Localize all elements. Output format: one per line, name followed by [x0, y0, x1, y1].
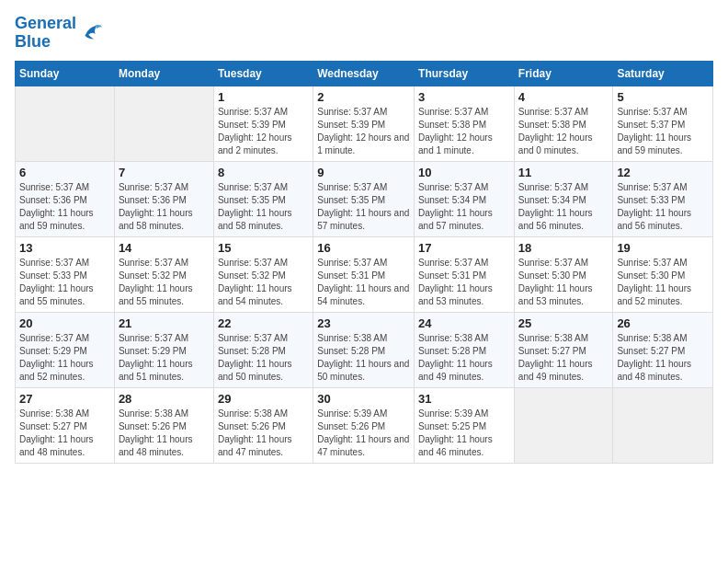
day-info: Sunrise: 5:38 AM Sunset: 5:27 PM Dayligh…	[19, 408, 110, 459]
day-info: Sunrise: 5:37 AM Sunset: 5:29 PM Dayligh…	[119, 332, 210, 384]
day-info: Sunrise: 5:37 AM Sunset: 5:34 PM Dayligh…	[418, 181, 510, 233]
day-number: 4	[518, 90, 609, 104]
day-info: Sunrise: 5:39 AM Sunset: 5:25 PM Dayligh…	[418, 408, 510, 459]
column-header-monday: Monday	[114, 61, 213, 86]
column-header-thursday: Thursday	[415, 61, 515, 86]
calendar-cell: 5Sunrise: 5:37 AM Sunset: 5:37 PM Daylig…	[613, 86, 713, 161]
day-info: Sunrise: 5:37 AM Sunset: 5:32 PM Dayligh…	[218, 257, 309, 308]
day-info: Sunrise: 5:38 AM Sunset: 5:26 PM Dayligh…	[218, 408, 309, 459]
day-info: Sunrise: 5:38 AM Sunset: 5:27 PM Dayligh…	[518, 332, 609, 384]
column-header-tuesday: Tuesday	[213, 61, 313, 86]
day-info: Sunrise: 5:37 AM Sunset: 5:37 PM Dayligh…	[617, 106, 709, 157]
column-header-sunday: Sunday	[16, 61, 115, 86]
calendar-cell: 1Sunrise: 5:37 AM Sunset: 5:39 PM Daylig…	[213, 86, 313, 161]
day-info: Sunrise: 5:37 AM Sunset: 5:32 PM Dayligh…	[119, 257, 210, 308]
calendar-cell: 21Sunrise: 5:37 AM Sunset: 5:29 PM Dayli…	[114, 312, 213, 387]
calendar-week-row: 13Sunrise: 5:37 AM Sunset: 5:33 PM Dayli…	[16, 236, 713, 312]
day-number: 10	[418, 166, 510, 179]
calendar-cell: 28Sunrise: 5:38 AM Sunset: 5:26 PM Dayli…	[114, 387, 213, 463]
day-info: Sunrise: 5:37 AM Sunset: 5:36 PM Dayligh…	[19, 181, 110, 233]
day-info: Sunrise: 5:37 AM Sunset: 5:33 PM Dayligh…	[617, 181, 709, 233]
calendar-cell	[114, 86, 213, 161]
day-number: 14	[119, 241, 210, 255]
calendar-cell: 18Sunrise: 5:37 AM Sunset: 5:30 PM Dayli…	[514, 236, 613, 312]
day-number: 17	[418, 241, 510, 255]
calendar-cell: 11Sunrise: 5:37 AM Sunset: 5:34 PM Dayli…	[514, 161, 613, 236]
day-number: 16	[317, 241, 410, 255]
day-info: Sunrise: 5:37 AM Sunset: 5:29 PM Dayligh…	[19, 332, 110, 384]
day-number: 27	[19, 392, 110, 406]
day-info: Sunrise: 5:38 AM Sunset: 5:28 PM Dayligh…	[317, 332, 410, 384]
calendar-cell: 17Sunrise: 5:37 AM Sunset: 5:31 PM Dayli…	[415, 236, 515, 312]
calendar-cell: 22Sunrise: 5:37 AM Sunset: 5:28 PM Dayli…	[213, 312, 313, 387]
day-info: Sunrise: 5:37 AM Sunset: 5:39 PM Dayligh…	[317, 106, 410, 157]
logo: General Blue	[15, 15, 104, 52]
day-info: Sunrise: 5:37 AM Sunset: 5:30 PM Dayligh…	[617, 257, 709, 308]
day-info: Sunrise: 5:37 AM Sunset: 5:36 PM Dayligh…	[119, 181, 210, 233]
calendar-cell: 24Sunrise: 5:38 AM Sunset: 5:28 PM Dayli…	[415, 312, 515, 387]
calendar-cell: 9Sunrise: 5:37 AM Sunset: 5:35 PM Daylig…	[313, 161, 415, 236]
day-number: 20	[19, 316, 110, 330]
calendar-cell: 23Sunrise: 5:38 AM Sunset: 5:28 PM Dayli…	[313, 312, 415, 387]
calendar-cell: 12Sunrise: 5:37 AM Sunset: 5:33 PM Dayli…	[613, 161, 713, 236]
day-number: 29	[218, 392, 309, 406]
logo-bird-icon	[78, 20, 104, 46]
day-info: Sunrise: 5:38 AM Sunset: 5:27 PM Dayligh…	[617, 332, 709, 384]
day-number: 2	[317, 90, 410, 104]
calendar-cell: 15Sunrise: 5:37 AM Sunset: 5:32 PM Dayli…	[213, 236, 313, 312]
day-number: 3	[418, 90, 510, 104]
day-number: 15	[218, 241, 309, 255]
day-number: 11	[518, 166, 609, 179]
calendar-cell: 30Sunrise: 5:39 AM Sunset: 5:26 PM Dayli…	[313, 387, 415, 463]
day-info: Sunrise: 5:37 AM Sunset: 5:35 PM Dayligh…	[218, 181, 309, 233]
calendar-cell: 10Sunrise: 5:37 AM Sunset: 5:34 PM Dayli…	[415, 161, 515, 236]
day-info: Sunrise: 5:38 AM Sunset: 5:26 PM Dayligh…	[119, 408, 210, 459]
day-number: 25	[518, 316, 609, 330]
calendar-cell: 13Sunrise: 5:37 AM Sunset: 5:33 PM Dayli…	[16, 236, 115, 312]
calendar-cell: 4Sunrise: 5:37 AM Sunset: 5:38 PM Daylig…	[514, 86, 613, 161]
day-number: 31	[418, 392, 510, 406]
calendar-week-row: 1Sunrise: 5:37 AM Sunset: 5:39 PM Daylig…	[16, 86, 713, 161]
calendar-cell: 16Sunrise: 5:37 AM Sunset: 5:31 PM Dayli…	[313, 236, 415, 312]
calendar-cell: 14Sunrise: 5:37 AM Sunset: 5:32 PM Dayli…	[114, 236, 213, 312]
day-info: Sunrise: 5:37 AM Sunset: 5:35 PM Dayligh…	[317, 181, 410, 233]
day-number: 12	[617, 166, 709, 179]
day-info: Sunrise: 5:38 AM Sunset: 5:28 PM Dayligh…	[418, 332, 510, 384]
day-info: Sunrise: 5:37 AM Sunset: 5:38 PM Dayligh…	[418, 106, 510, 157]
calendar-cell: 6Sunrise: 5:37 AM Sunset: 5:36 PM Daylig…	[16, 161, 115, 236]
calendar-cell	[613, 387, 713, 463]
day-info: Sunrise: 5:37 AM Sunset: 5:39 PM Dayligh…	[218, 106, 309, 157]
calendar-cell: 2Sunrise: 5:37 AM Sunset: 5:39 PM Daylig…	[313, 86, 415, 161]
day-number: 6	[19, 166, 110, 179]
calendar-cell: 25Sunrise: 5:38 AM Sunset: 5:27 PM Dayli…	[514, 312, 613, 387]
day-number: 21	[119, 316, 210, 330]
calendar-cell: 31Sunrise: 5:39 AM Sunset: 5:25 PM Dayli…	[415, 387, 515, 463]
day-number: 7	[119, 166, 210, 179]
calendar-cell: 7Sunrise: 5:37 AM Sunset: 5:36 PM Daylig…	[114, 161, 213, 236]
day-number: 28	[119, 392, 210, 406]
day-number: 26	[617, 316, 709, 330]
day-number: 23	[317, 316, 410, 330]
day-number: 1	[218, 90, 309, 104]
day-number: 22	[218, 316, 309, 330]
day-info: Sunrise: 5:37 AM Sunset: 5:28 PM Dayligh…	[218, 332, 309, 384]
calendar-header-row: SundayMondayTuesdayWednesdayThursdayFrid…	[16, 61, 713, 86]
calendar-cell: 8Sunrise: 5:37 AM Sunset: 5:35 PM Daylig…	[213, 161, 313, 236]
day-number: 13	[19, 241, 110, 255]
day-number: 30	[317, 392, 410, 406]
column-header-wednesday: Wednesday	[313, 61, 415, 86]
calendar-cell: 19Sunrise: 5:37 AM Sunset: 5:30 PM Dayli…	[613, 236, 713, 312]
calendar-cell: 27Sunrise: 5:38 AM Sunset: 5:27 PM Dayli…	[16, 387, 115, 463]
page-header: General Blue	[15, 15, 713, 52]
calendar-cell: 26Sunrise: 5:38 AM Sunset: 5:27 PM Dayli…	[613, 312, 713, 387]
calendar-week-row: 6Sunrise: 5:37 AM Sunset: 5:36 PM Daylig…	[16, 161, 713, 236]
calendar-cell: 29Sunrise: 5:38 AM Sunset: 5:26 PM Dayli…	[213, 387, 313, 463]
day-info: Sunrise: 5:37 AM Sunset: 5:30 PM Dayligh…	[518, 257, 609, 308]
day-number: 8	[218, 166, 309, 179]
calendar-cell	[16, 86, 115, 161]
calendar-cell: 3Sunrise: 5:37 AM Sunset: 5:38 PM Daylig…	[415, 86, 515, 161]
day-number: 24	[418, 316, 510, 330]
day-info: Sunrise: 5:37 AM Sunset: 5:33 PM Dayligh…	[19, 257, 110, 308]
calendar-cell: 20Sunrise: 5:37 AM Sunset: 5:29 PM Dayli…	[16, 312, 115, 387]
logo-text: General Blue	[15, 15, 76, 52]
